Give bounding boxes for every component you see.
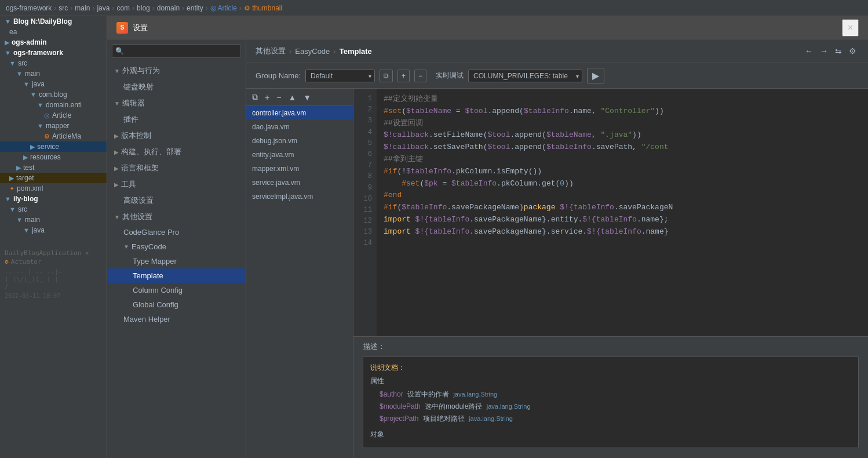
nav-label: Maven Helper	[123, 315, 170, 323]
tree-label: Article	[52, 111, 71, 119]
code-editor: 1 2 3 4 5 6 7 8 9 10 11	[353, 89, 868, 458]
settings-nav: 🔍 ▼ 外观与行为 键盘映射 ▼ 编辑器 插件 ▶ 版本控制	[107, 39, 246, 458]
template-file-mapper[interactable]: mapper.xml.vm	[246, 162, 353, 176]
table-select[interactable]: COLUMN_PRIVILEGES: table	[468, 70, 582, 82]
file-copy-button[interactable]: ⧉	[250, 91, 260, 103]
template-file-controller[interactable]: controller.java.vm	[246, 106, 353, 120]
tree-item-src2[interactable]: ▼ src	[0, 204, 107, 215]
tree-item-test[interactable]: ▶ test	[0, 162, 107, 173]
folder-icon: ▼	[16, 216, 23, 223]
chevron-icon: ▶	[114, 165, 119, 172]
copy-group-button[interactable]: ⧉	[380, 70, 393, 82]
template-file-debug[interactable]: debug.json.vm	[246, 134, 353, 148]
tree-item-ogs-framework[interactable]: ▼ ogs-framework	[0, 48, 107, 58]
tree-label: ily-blog	[13, 195, 38, 203]
folder-icon: ▶	[30, 143, 35, 151]
folder-icon: ▼	[5, 49, 11, 56]
nav-item-tools[interactable]: ▶ 工具	[107, 176, 246, 192]
tree-item-articlema[interactable]: ⚙ ArticleMa	[0, 131, 107, 141]
tree-item-main2[interactable]: ▼ main	[0, 215, 107, 225]
tree-label: main	[25, 216, 40, 224]
tree-item-src[interactable]: ▼ src	[0, 58, 107, 68]
nav-item-column-config[interactable]: Column Config	[107, 283, 246, 297]
tree-item-main[interactable]: ▼ main	[0, 68, 107, 79]
file-down-button[interactable]: ▼	[301, 92, 313, 103]
tree-item-blog[interactable]: ▼ Blog N:\DailyBlog	[0, 16, 107, 27]
code-line-1: ##定义初始变量	[384, 93, 868, 106]
code-content[interactable]: 1 2 3 4 5 6 7 8 9 10 11	[353, 89, 868, 336]
nav-label: 构建、执行、部署	[121, 147, 181, 157]
nav-item-appearance[interactable]: ▼ 外观与行为	[107, 63, 246, 79]
folder-icon: ▼	[30, 91, 37, 98]
nav-item-codeglance[interactable]: CodeGlance Pro	[107, 225, 246, 239]
nav-item-other[interactable]: ▼ 其他设置	[107, 209, 246, 225]
nav-item-advanced[interactable]: 高级设置	[107, 192, 246, 209]
doc-section: 说明文档： 属性 $author 设置中的作者 java.lang.String…	[363, 357, 859, 448]
nav-item-keymap[interactable]: 键盘映射	[107, 79, 246, 95]
nav-label: Type Mapper	[133, 257, 177, 266]
template-toolbar: Group Name: Default ⧉ + − 实时调试 COLUMN_PR…	[246, 63, 868, 89]
tree-item-service[interactable]: ▶ service	[0, 141, 107, 152]
remove-group-button[interactable]: −	[414, 70, 426, 82]
nav-label: Global Config	[133, 300, 178, 309]
doc-desc-3: 项目绝对路径	[423, 415, 465, 423]
settings-search-input[interactable]	[112, 44, 241, 58]
file-up-button[interactable]: ▲	[286, 92, 298, 103]
nav-item-lang[interactable]: ▶ 语言和框架	[107, 160, 246, 176]
description-title: 描述：	[363, 341, 859, 352]
group-name-select[interactable]: Default	[305, 70, 375, 82]
add-group-button[interactable]: +	[397, 70, 410, 82]
dialog-close-button[interactable]: ×	[842, 19, 859, 37]
file-remove-button[interactable]: −	[274, 92, 283, 103]
nav-item-maven-helper[interactable]: Maven Helper	[107, 312, 246, 326]
tree-item-pomxml[interactable]: ✦ pom.xml	[0, 183, 107, 194]
line-num-7: 7	[353, 160, 377, 171]
nav-item-global-config[interactable]: Global Config	[107, 297, 246, 312]
tree-item-java[interactable]: ▼ java	[0, 79, 107, 89]
tree-item-target[interactable]: ▶ target	[0, 173, 107, 183]
tree-label: ogs-admin	[12, 38, 47, 46]
nav-split-button[interactable]: ⇆	[833, 45, 844, 57]
line-num-8: 8	[353, 171, 377, 182]
file-label: debug.json.vm	[252, 137, 297, 145]
tree-item-domain[interactable]: ▼ domain.enti	[0, 100, 107, 110]
nav-label: 高级设置	[123, 195, 154, 206]
template-file-service[interactable]: service.java.vm	[246, 176, 353, 190]
tree-item-resources[interactable]: ▶ resources	[0, 152, 107, 162]
file-add-button[interactable]: +	[262, 92, 272, 103]
template-file-entity[interactable]: entity.java.vm	[246, 148, 353, 162]
code-line-8: #set($pk = $tableInfo.pkColumn.get(0))	[384, 178, 868, 190]
folder-icon: ▼	[5, 18, 11, 25]
tree-item-java2[interactable]: ▼ java	[0, 225, 107, 235]
nav-settings-button[interactable]: ⚙	[847, 45, 859, 57]
tree-item-ogs-admin[interactable]: ▶ ogs-admin	[0, 37, 107, 48]
export-button[interactable]: ▶	[587, 68, 604, 83]
template-file-serviceimpl[interactable]: serviceImpl.java.vm	[246, 190, 353, 203]
line-num-11: 11	[353, 205, 377, 216]
file-label: dao.java.vm	[252, 123, 290, 131]
nav-back-button[interactable]: ←	[803, 45, 815, 57]
tree-item-ea[interactable]: ea	[0, 27, 107, 37]
tree-item-mapper[interactable]: ▼ mapper	[0, 121, 107, 131]
tree-label: ArticleMa	[52, 132, 81, 140]
nav-item-build[interactable]: ▶ 构建、执行、部署	[107, 144, 246, 160]
tree-item-article[interactable]: ◎ Article	[0, 110, 107, 121]
nav-item-easycode[interactable]: ▼ EasyCode	[107, 239, 246, 254]
nav-item-editor[interactable]: ▼ 编辑器	[107, 95, 246, 111]
tree-item-ilyblog[interactable]: ▼ ily-blog	[0, 194, 107, 204]
code-line-11: #if($tableInfo.savePackageName)package $…	[384, 202, 868, 214]
nav-item-vcs[interactable]: ▶ 版本控制	[107, 128, 246, 144]
nav-item-plugins[interactable]: 插件	[107, 111, 246, 128]
template-file-dao[interactable]: dao.java.vm	[246, 120, 353, 134]
chevron-icon: ▶	[114, 133, 119, 139]
nav-item-template[interactable]: Template	[107, 268, 246, 283]
nav-forward-button[interactable]: →	[818, 45, 830, 57]
tree-item-comblog[interactable]: ▼ com.blog	[0, 89, 107, 100]
folder-icon: ▶	[5, 39, 9, 46]
nav-item-typemapper[interactable]: Type Mapper	[107, 254, 246, 268]
group-name-label: Group Name:	[256, 71, 301, 80]
line-num-1: 1	[353, 93, 377, 104]
code-line-2: #set($tableName = $tool.append($tableInf…	[384, 106, 868, 118]
code-line-9: #end	[384, 190, 868, 202]
tree-label: com.blog	[39, 90, 67, 99]
